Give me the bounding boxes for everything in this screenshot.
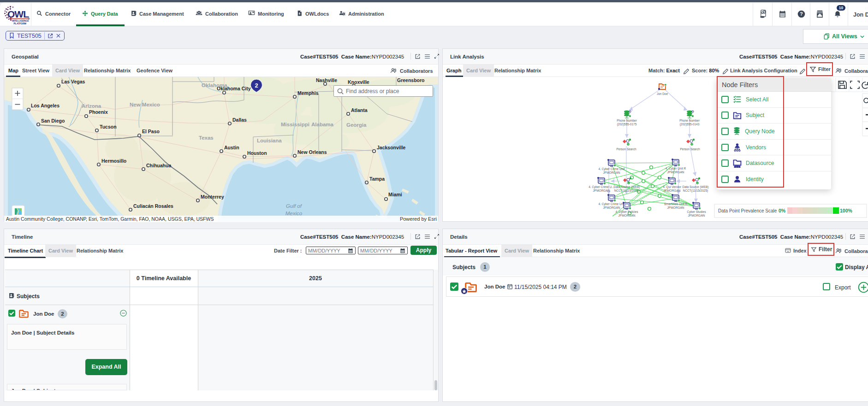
- svg-text:Data Source (WEB): Data Source (WEB): [613, 185, 640, 189]
- svg-text:Powered by Esri: Powered by Esri: [400, 216, 437, 222]
- svg-text:Memphis: Memphis: [297, 90, 319, 96]
- svg-text:JPMORGAN: JPMORGAN: [688, 214, 705, 217]
- svg-text:Data Source (WEB): Data Source (WEB): [682, 185, 708, 189]
- svg-text:JPMORGAN: JPMORGAN: [664, 189, 681, 192]
- svg-text:Phone Number: Phone Number: [679, 119, 700, 122]
- svg-text:(202)555-0143: (202)555-0143: [680, 123, 700, 126]
- svg-text:JPMORGAN: JPMORGAN: [603, 171, 620, 174]
- svg-text:Tampa: Tampa: [369, 176, 385, 182]
- svg-text:Monterrey: Monterrey: [201, 194, 224, 200]
- svg-text:JPMORGAN: JPMORGAN: [667, 171, 684, 174]
- svg-text:Person Search: Person Search: [617, 147, 636, 151]
- svg-text:SmartWeb Unit R: SmartWeb Unit R: [664, 202, 688, 206]
- svg-text:El Paso: El Paso: [142, 129, 160, 134]
- svg-text:Texas: Texas: [199, 135, 214, 141]
- svg-text:4. Cyber Crime Unit: 4. Cyber Crime Unit: [598, 167, 624, 171]
- svg-text:(202)555-0175: (202)555-0175: [617, 123, 637, 126]
- svg-text:Oklahoma: Oklahoma: [202, 82, 227, 88]
- svg-text:Culiacán Rosales: Culiacán Rosales: [133, 203, 173, 209]
- svg-text:Phone Number: Phone Number: [617, 119, 637, 122]
- svg-text:Arizona: Arizona: [82, 103, 101, 109]
- svg-text:Hermosillo: Hermosillo: [101, 158, 126, 164]
- svg-text:Tucson: Tucson: [100, 124, 117, 129]
- svg-text:?: ?: [800, 11, 803, 17]
- svg-text:Jon Doe: Jon Doe: [657, 92, 668, 95]
- svg-text:Louisiana: Louisiana: [257, 138, 282, 143]
- svg-text:Knoxville: Knoxville: [348, 79, 369, 85]
- svg-text:NCCT(11/15/2025): NCCT(11/15/2025): [683, 189, 708, 193]
- svg-text:2: 2: [255, 82, 258, 89]
- svg-text:Cyber Studies: Cyber Studies: [687, 210, 707, 214]
- svg-text:Data Point Prevalence Scale: Data Point Prevalence Scale: [718, 208, 777, 213]
- svg-text:Las Vegas: Las Vegas: [61, 79, 85, 84]
- svg-text:JPMORGAN: JPMORGAN: [593, 189, 610, 192]
- svg-text:Austin: Austin: [224, 145, 239, 150]
- svg-text:JPMORGAN: JPMORGAN: [618, 214, 636, 217]
- svg-text:4. Qui Vendor: 4. Qui Vendor: [663, 185, 682, 189]
- svg-text:Houston: Houston: [247, 150, 267, 156]
- svg-text:100%: 100%: [840, 208, 853, 213]
- svg-text:Dallas: Dallas: [232, 117, 247, 123]
- svg-text:Jacksonville: Jacksonville: [377, 145, 406, 150]
- svg-text:JPMORGAN: JPMORGAN: [667, 206, 684, 209]
- svg-text:Austin Community College, CONA: Austin Community College, CONANP, Esri, …: [6, 216, 214, 222]
- svg-text:Atlanta: Atlanta: [351, 107, 368, 113]
- svg-text:4. Cyber Unit R: 4. Cyber Unit R: [666, 167, 686, 171]
- svg-text:Greensboro: Greensboro: [397, 77, 425, 83]
- svg-text:Gulf of: Gulf of: [286, 203, 303, 209]
- svg-text:New Orleans: New Orleans: [297, 149, 327, 155]
- svg-text:4. Cyber Crime Unit: 4. Cyber Crime Unit: [598, 202, 624, 206]
- svg-text:NCCT(11/15/2025): NCCT(11/15/2025): [614, 189, 639, 193]
- svg-text:Los Angeles: Los Angeles: [31, 103, 59, 108]
- svg-text:0%: 0%: [779, 208, 786, 213]
- svg-text:4. Cyber Crime U...: 4. Cyber Crime U...: [589, 185, 614, 189]
- svg-text:Georgia: Georgia: [346, 122, 367, 128]
- svg-text:Mexico: Mexico: [285, 211, 303, 216]
- svg-text:PLATFORM: PLATFORM: [14, 22, 26, 25]
- svg-text:JPMORGAN: JPMORGAN: [603, 206, 620, 209]
- svg-text:San Diego: San Diego: [41, 118, 65, 124]
- svg-text:Find address or place: Find address or place: [346, 88, 399, 94]
- svg-text:Alabama: Alabama: [311, 122, 334, 127]
- svg-text:Nashville: Nashville: [316, 77, 337, 83]
- svg-text:Phoenix: Phoenix: [89, 109, 108, 115]
- svg-text:Miami: Miami: [388, 192, 402, 197]
- svg-text:Person Search: Person Search: [680, 147, 700, 151]
- svg-text:Mississippi: Mississippi: [281, 122, 309, 127]
- svg-text:Chihuahua: Chihuahua: [146, 163, 171, 168]
- svg-text:4. Cyber Policies: 4. Cyber Policies: [616, 210, 639, 214]
- svg-text:New Mexico: New Mexico: [130, 102, 160, 107]
